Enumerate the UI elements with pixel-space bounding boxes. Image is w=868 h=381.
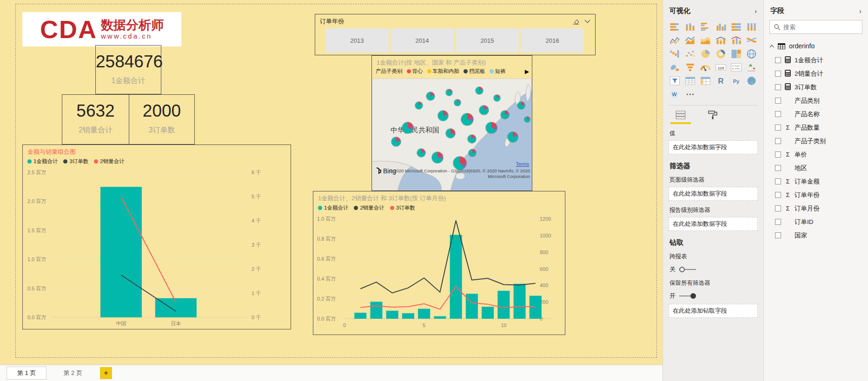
clustered-column-chart-icon[interactable] bbox=[715, 22, 727, 32]
field-row-国家[interactable]: 国家 bbox=[769, 229, 862, 242]
map-pie-bubble[interactable] bbox=[494, 95, 500, 101]
field-checkbox[interactable] bbox=[775, 178, 781, 184]
tab-format[interactable] bbox=[703, 110, 723, 124]
funnel-icon[interactable] bbox=[684, 62, 696, 72]
map-pie-bubble[interactable] bbox=[468, 135, 476, 143]
field-row-产品名称[interactable]: 产品名称 bbox=[769, 107, 862, 121]
stacked-bar-chart-icon[interactable] bbox=[669, 22, 681, 32]
slicer-button-2016[interactable]: 2016 bbox=[521, 28, 584, 53]
field-checkbox[interactable] bbox=[775, 232, 781, 238]
combo-chart-country[interactable]: 金额与销量组合图 1金额合计3订单数2销量合计 0.0 百万0.5 百万1.0 … bbox=[22, 145, 291, 329]
scatter-chart-icon[interactable] bbox=[684, 49, 696, 59]
r-script-icon[interactable]: R bbox=[715, 76, 727, 86]
slicer-button-2014[interactable]: 2014 bbox=[391, 28, 454, 53]
pie-chart-icon[interactable] bbox=[699, 49, 711, 59]
stacked-column-chart-icon[interactable] bbox=[684, 22, 696, 32]
drillthrough-field-well[interactable]: 在此处添加钻取字段 bbox=[669, 304, 758, 318]
bing-map[interactable]: 中华人民共和国 Bing Terms © 2020 Microsoft Corp… bbox=[372, 79, 532, 190]
map-pie-bubble[interactable] bbox=[426, 92, 435, 100]
multi-row-card-icon[interactable] bbox=[730, 62, 742, 72]
field-row-产品数量[interactable]: Σ产品数量 bbox=[769, 121, 862, 134]
waterfall-chart-icon[interactable] bbox=[669, 49, 681, 59]
kpi-card-amount[interactable]: 2584676 1金额合计 bbox=[95, 45, 161, 94]
field-row-订单月份[interactable]: Σ订单月份 bbox=[769, 202, 862, 215]
line-chart-icon[interactable] bbox=[669, 35, 681, 46]
matrix-icon[interactable] bbox=[699, 76, 711, 86]
table-orderinfo[interactable]: orderinfo bbox=[769, 40, 862, 53]
clustered-bar-chart-icon[interactable] bbox=[699, 22, 711, 32]
tab-fields-bucket[interactable] bbox=[670, 110, 691, 124]
field-checkbox[interactable] bbox=[775, 205, 781, 211]
map-icon[interactable] bbox=[745, 49, 757, 59]
100-stacked-bar-chart-icon[interactable] bbox=[730, 22, 742, 32]
field-row-订单金额[interactable]: Σ订单金额 bbox=[769, 175, 862, 188]
field-search[interactable] bbox=[769, 20, 862, 34]
python-visual-icon[interactable]: Py bbox=[730, 76, 742, 86]
powerapps-icon[interactable]: W bbox=[669, 89, 681, 99]
line-and-stacked-column-chart-icon[interactable] bbox=[715, 35, 727, 46]
page-filters-well[interactable]: 在此处添加数据字段 bbox=[669, 187, 758, 201]
field-row-单价[interactable]: Σ单价 bbox=[769, 148, 862, 161]
field-row-产品子类别[interactable]: 产品子类别 bbox=[769, 134, 862, 148]
stacked-area-chart-icon[interactable] bbox=[699, 35, 711, 46]
keep-filters-toggle[interactable] bbox=[679, 293, 696, 299]
field-checkbox[interactable] bbox=[775, 111, 781, 117]
field-checkbox[interactable] bbox=[775, 84, 781, 90]
line-and-clustered-column-chart-icon[interactable] bbox=[730, 35, 742, 46]
field-row-产品类别[interactable]: 产品类别 bbox=[769, 94, 862, 107]
combo-chart-month[interactable]: 1金额合计、2销量合计 和 3订单数(按 订单月份) 1金额合计2销量合计3订单… bbox=[313, 191, 565, 335]
map-pie-bubble[interactable] bbox=[508, 132, 518, 142]
field-row-地区[interactable]: 地区 bbox=[769, 161, 862, 175]
collapse-panel-icon[interactable]: › bbox=[859, 7, 861, 15]
clear-selections-icon[interactable] bbox=[572, 18, 580, 25]
table-icon[interactable] bbox=[684, 76, 696, 86]
report-filters-well[interactable]: 在此处添加数据字段 bbox=[669, 217, 758, 231]
report-canvas[interactable]: CDA 数据分析师 www.cda.cn 2584676 1金额合计 5632 … bbox=[0, 0, 663, 365]
field-checkbox[interactable] bbox=[775, 71, 781, 77]
values-field-well[interactable]: 在此处添加数据字段 bbox=[669, 140, 758, 154]
slicer-icon[interactable] bbox=[669, 76, 681, 86]
map-pie-bubble[interactable] bbox=[454, 99, 461, 106]
map-pie-bubble[interactable] bbox=[417, 149, 425, 157]
cross-report-toggle[interactable] bbox=[679, 266, 696, 273]
chevron-up-icon[interactable] bbox=[769, 45, 774, 48]
field-checkbox[interactable] bbox=[775, 165, 781, 171]
map-pie-bubble[interactable] bbox=[501, 111, 509, 119]
field-row-订单ID[interactable]: 订单ID bbox=[769, 215, 862, 229]
donut-chart-icon[interactable] bbox=[715, 49, 727, 59]
map-pie-bubble[interactable] bbox=[476, 87, 483, 94]
more-options-icon[interactable] bbox=[684, 89, 696, 99]
field-checkbox[interactable] bbox=[775, 192, 781, 198]
map-pie-bubble[interactable] bbox=[438, 111, 448, 121]
page-tab-2[interactable]: 第 2 页 bbox=[53, 367, 92, 380]
field-row-订单年份[interactable]: Σ订单年份 bbox=[769, 188, 862, 202]
map-pie-bubble[interactable] bbox=[461, 113, 473, 125]
field-checkbox[interactable] bbox=[775, 125, 781, 131]
field-row-3订单数[interactable]: 3订单数 bbox=[769, 80, 862, 94]
map-pie-bubble[interactable] bbox=[524, 117, 530, 122]
field-row-1金额合计[interactable]: 1金额合计 bbox=[769, 53, 862, 67]
kpi-card-sales[interactable]: 5632 2销量合计 bbox=[62, 94, 129, 145]
kpi-card-orders[interactable]: 2000 3订单数 bbox=[129, 94, 195, 145]
area-chart-icon[interactable] bbox=[684, 35, 696, 46]
map-pie-bubble[interactable] bbox=[446, 89, 452, 96]
map-pie-bubble[interactable] bbox=[517, 102, 525, 109]
slicer-button-2015[interactable]: 2015 bbox=[456, 28, 519, 53]
map-pie-bubble[interactable] bbox=[402, 122, 413, 133]
100-stacked-column-chart-icon[interactable] bbox=[745, 22, 757, 32]
year-slicer[interactable]: 订单年份 2013201420152016 bbox=[315, 14, 596, 55]
shape-map-icon[interactable] bbox=[745, 76, 757, 86]
map-pie-bubble[interactable] bbox=[415, 102, 423, 109]
map-pie-bubble[interactable] bbox=[479, 105, 489, 115]
map-pie-bubble[interactable] bbox=[446, 129, 455, 138]
map-pie-bubble[interactable] bbox=[432, 152, 443, 163]
map-pie-bubble[interactable] bbox=[453, 157, 466, 170]
search-input[interactable] bbox=[783, 24, 853, 31]
field-checkbox[interactable] bbox=[775, 151, 781, 158]
map-pie-bubble[interactable] bbox=[486, 122, 497, 133]
gauge-icon[interactable] bbox=[699, 62, 711, 72]
map-visual[interactable]: 1金额合计(按 地区、国家 和 产品子类别) 产品子类别 背心车胎和内胎挡泥板短… bbox=[371, 55, 532, 191]
slicer-button-2013[interactable]: 2013 bbox=[325, 28, 389, 53]
field-checkbox[interactable] bbox=[775, 98, 781, 104]
new-page-button[interactable]: + bbox=[100, 367, 112, 379]
